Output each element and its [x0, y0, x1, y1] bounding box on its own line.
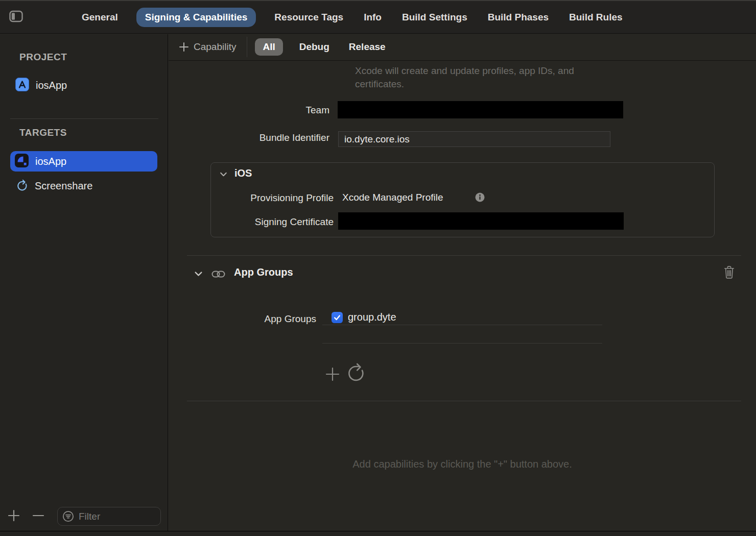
add-capability-button[interactable]: Capability	[179, 41, 236, 53]
tab-build-phases[interactable]: Build Phases	[486, 8, 551, 27]
segment-debug[interactable]: Debug	[296, 38, 333, 56]
info-icon[interactable]	[475, 192, 485, 202]
segment-all[interactable]: All	[255, 38, 282, 56]
xcode-window: General Signing & Capabilities Resource …	[0, 0, 756, 536]
targets-section-header: TARGETS	[19, 127, 67, 138]
editor-tab-bar: General Signing & Capabilities Resource …	[0, 0, 756, 34]
dyte-app-icon	[15, 154, 29, 169]
screenshare-refresh-icon	[14, 178, 31, 194]
xcode-project-icon	[15, 78, 29, 93]
project-row-iosapp[interactable]: iosApp	[15, 76, 67, 94]
signing-certificate-label: Signing Certificate	[211, 216, 334, 228]
team-label: Team	[169, 105, 329, 116]
target-row-iosapp[interactable]: iosApp	[10, 151, 157, 172]
bundle-identifier-input[interactable]	[338, 131, 610, 147]
target-row-label: iosApp	[35, 156, 66, 167]
list-row-divider	[322, 325, 602, 325]
delete-capability-trash-icon[interactable]	[723, 265, 735, 281]
tab-info[interactable]: Info	[362, 8, 384, 27]
target-row-label: Screenshare	[35, 180, 92, 192]
section-separator	[187, 401, 741, 401]
signing-capabilities-editor: Capability All Debug Release Xcode will …	[169, 34, 756, 531]
editor-tabs: General Signing & Capabilities Resource …	[80, 8, 625, 27]
team-value-redacted[interactable]	[338, 101, 623, 118]
signing-help-text: Xcode will create and update profiles, a…	[355, 65, 574, 77]
tab-general[interactable]: General	[80, 8, 120, 27]
ios-box-title: iOS	[234, 167, 252, 179]
signing-certificate-redacted[interactable]	[338, 212, 624, 230]
sidebar-toggle-button[interactable]	[8, 10, 23, 25]
app-groups-list-label: App Groups	[169, 313, 316, 325]
capability-toolbar: Capability All Debug Release	[169, 34, 756, 61]
tab-resource-tags[interactable]: Resource Tags	[272, 8, 345, 27]
provisioning-profile-label: Provisioning Profile	[211, 192, 334, 204]
filter-icon	[62, 510, 74, 522]
add-app-group-button[interactable]	[324, 366, 341, 382]
window-bottom-strip	[0, 531, 756, 536]
ios-collapse-chevron-icon[interactable]	[219, 169, 228, 179]
add-capabilities-hint: Add capabilities by clicking the "+" but…	[169, 458, 756, 470]
filter-field[interactable]	[57, 507, 161, 526]
project-targets-sidebar: PROJECT iosApp TARGETS iosApp Screenshar…	[0, 34, 168, 531]
app-group-item-label: group.dyte	[348, 311, 396, 323]
signing-help-text: certificates.	[355, 79, 404, 90]
list-row-divider	[322, 343, 602, 344]
refresh-app-groups-button[interactable]	[342, 360, 370, 387]
tab-signing-capabilities[interactable]: Signing & Capabilities	[136, 8, 256, 27]
ios-signing-box: iOS Provisioning Profile Xcode Managed P…	[210, 162, 715, 237]
app-groups-collapse-chevron-icon[interactable]	[193, 269, 204, 279]
add-capability-label: Capability	[194, 41, 236, 53]
configuration-segments: All Debug Release	[255, 38, 388, 56]
tab-build-rules[interactable]: Build Rules	[567, 8, 625, 27]
project-section-header: PROJECT	[19, 52, 67, 63]
capabilities-scroll-area: Xcode will create and update profiles, a…	[169, 61, 756, 530]
filter-input[interactable]	[79, 511, 156, 522]
sidebar-toggle-icon	[9, 10, 23, 25]
app-groups-section-title: App Groups	[234, 266, 293, 278]
app-group-checkbox[interactable]	[332, 312, 343, 323]
sidebar-divider	[10, 118, 158, 119]
toolbar-divider	[247, 37, 247, 57]
provisioning-profile-value: Xcode Managed Profile	[342, 192, 443, 203]
plus-icon	[179, 42, 189, 52]
target-row-screenshare[interactable]: Screenshare	[16, 178, 92, 193]
segment-release[interactable]: Release	[346, 38, 389, 56]
project-row-label: iosApp	[36, 80, 67, 91]
add-target-button[interactable]	[6, 508, 21, 523]
bundle-identifier-label: Bundle Identifier	[169, 132, 329, 143]
app-groups-link-icon	[211, 269, 225, 279]
tab-build-settings[interactable]: Build Settings	[400, 8, 469, 27]
remove-target-button[interactable]	[31, 508, 46, 523]
section-separator	[187, 255, 741, 256]
